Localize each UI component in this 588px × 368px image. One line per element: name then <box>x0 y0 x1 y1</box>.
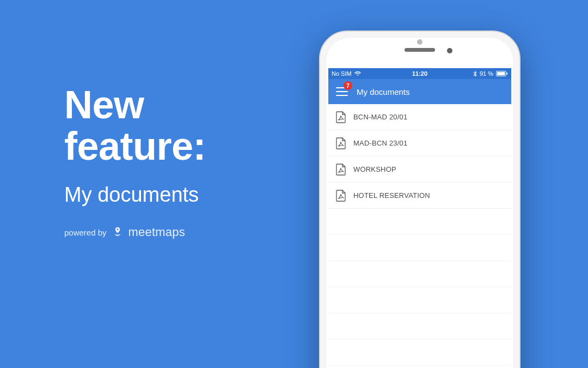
wifi-icon <box>354 71 361 76</box>
powered-by-label: powered by <box>64 228 107 237</box>
phone-bezel: No SIM 11:20 91 % <box>326 37 514 368</box>
phone-camera <box>447 48 452 53</box>
phone-mockup: No SIM 11:20 91 % <box>319 31 520 368</box>
status-bar-left: No SIM <box>332 70 361 77</box>
svg-rect-2 <box>507 73 508 75</box>
document-row[interactable]: BCN-MAD 20/01 <box>328 104 511 130</box>
svg-rect-1 <box>497 72 505 75</box>
status-bar-right: 91 % <box>473 70 508 77</box>
empty-row <box>328 261 511 287</box>
status-time: 11:20 <box>412 70 427 77</box>
page-title: My documents <box>357 87 410 96</box>
bluetooth-icon <box>473 71 477 77</box>
battery-percent: 91 % <box>480 70 493 77</box>
carrier-text: No SIM <box>332 70 352 77</box>
promo-heading-line1: New <box>64 83 144 126</box>
empty-row <box>328 235 511 261</box>
promo-subheading: My documents <box>64 183 304 207</box>
document-row[interactable]: MAD-BCN 23/01 <box>328 130 511 156</box>
pdf-icon <box>336 111 346 123</box>
meetmaps-logo-icon <box>112 226 123 239</box>
empty-row <box>328 287 511 313</box>
battery-icon <box>496 71 508 76</box>
promo-block: New feature: My documents powered by mee… <box>64 85 304 239</box>
empty-row <box>328 209 511 235</box>
document-name: HOTEL RESERVATION <box>353 191 430 200</box>
document-name: WORKSHOP <box>353 165 396 173</box>
document-name: MAD-BCN 23/01 <box>353 139 407 147</box>
status-bar: No SIM 11:20 91 % <box>328 68 511 79</box>
menu-button[interactable]: 7 <box>335 85 349 99</box>
pdf-icon <box>336 190 346 202</box>
empty-row <box>328 340 511 366</box>
empty-row <box>328 313 511 340</box>
pdf-icon <box>336 164 346 176</box>
pdf-icon <box>336 137 346 149</box>
document-row[interactable]: HOTEL RESERVATION <box>328 183 511 209</box>
document-row[interactable]: WORKSHOP <box>328 156 511 183</box>
phone-speaker <box>405 48 435 52</box>
document-list: BCN-MAD 20/01 MAD-BCN 23/01 WORKSHOP <box>328 104 511 366</box>
powered-by-line: powered by meetmaps <box>64 225 304 239</box>
promo-heading: New feature: <box>64 85 304 167</box>
brand-name: meetmaps <box>128 225 185 239</box>
phone-screen: No SIM 11:20 91 % <box>328 68 511 368</box>
notification-badge: 7 <box>344 81 352 90</box>
promo-heading-line2: feature: <box>64 124 206 168</box>
document-name: BCN-MAD 20/01 <box>353 113 407 121</box>
app-header: 7 My documents <box>328 79 511 104</box>
phone-sensor-dot <box>417 39 422 45</box>
